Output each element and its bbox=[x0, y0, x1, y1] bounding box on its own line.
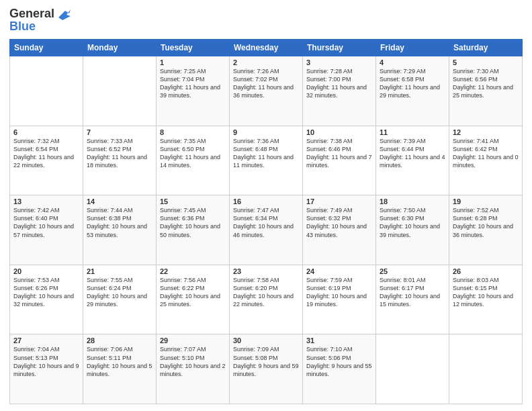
calendar-week-row: 13Sunrise: 7:42 AMSunset: 6:40 PMDayligh… bbox=[10, 195, 523, 265]
day-number: 22 bbox=[160, 267, 226, 275]
day-number: 21 bbox=[87, 267, 152, 275]
calendar-cell: 12Sunrise: 7:41 AMSunset: 6:42 PMDayligh… bbox=[449, 126, 523, 195]
calendar-cell: 31Sunrise: 7:10 AMSunset: 5:06 PMDayligh… bbox=[303, 334, 376, 404]
col-monday: Monday bbox=[83, 40, 157, 56]
calendar-cell: 18Sunrise: 7:50 AMSunset: 6:30 PMDayligh… bbox=[376, 195, 449, 265]
calendar-cell: 5Sunrise: 7:30 AMSunset: 6:56 PMDaylight… bbox=[449, 56, 523, 126]
cell-content: Sunrise: 7:39 AMSunset: 6:44 PMDaylight:… bbox=[380, 137, 445, 170]
day-number: 14 bbox=[87, 197, 152, 205]
cell-content: Sunrise: 7:35 AMSunset: 6:50 PMDaylight:… bbox=[160, 137, 226, 170]
day-number: 19 bbox=[453, 197, 519, 205]
calendar-cell: 30Sunrise: 7:09 AMSunset: 5:08 PMDayligh… bbox=[230, 334, 303, 404]
col-friday: Friday bbox=[376, 40, 449, 56]
calendar-cell: 20Sunrise: 7:53 AMSunset: 6:26 PMDayligh… bbox=[10, 265, 83, 334]
calendar-cell: 8Sunrise: 7:35 AMSunset: 6:50 PMDaylight… bbox=[157, 126, 230, 195]
day-number: 15 bbox=[160, 197, 226, 205]
cell-content: Sunrise: 7:32 AMSunset: 6:54 PMDaylight:… bbox=[13, 137, 79, 170]
day-number: 10 bbox=[306, 128, 372, 136]
calendar-cell bbox=[376, 334, 449, 404]
cell-content: Sunrise: 7:25 AMSunset: 7:04 PMDaylight:… bbox=[160, 67, 226, 100]
cell-content: Sunrise: 7:56 AMSunset: 6:22 PMDaylight:… bbox=[160, 276, 226, 309]
calendar-cell: 24Sunrise: 7:59 AMSunset: 6:19 PMDayligh… bbox=[303, 265, 376, 334]
calendar-cell: 14Sunrise: 7:44 AMSunset: 6:38 PMDayligh… bbox=[83, 195, 157, 265]
calendar-cell: 29Sunrise: 7:07 AMSunset: 5:10 PMDayligh… bbox=[157, 334, 230, 404]
calendar-cell: 16Sunrise: 7:47 AMSunset: 6:34 PMDayligh… bbox=[230, 195, 303, 265]
calendar-week-row: 20Sunrise: 7:53 AMSunset: 6:26 PMDayligh… bbox=[10, 265, 523, 334]
calendar-cell: 15Sunrise: 7:45 AMSunset: 6:36 PMDayligh… bbox=[157, 195, 230, 265]
day-number: 9 bbox=[233, 128, 299, 136]
day-number: 4 bbox=[380, 58, 445, 66]
day-number: 12 bbox=[453, 128, 519, 136]
header: General Blue bbox=[9, 7, 523, 34]
calendar-week-row: 6Sunrise: 7:32 AMSunset: 6:54 PMDaylight… bbox=[10, 126, 523, 195]
cell-content: Sunrise: 7:55 AMSunset: 6:24 PMDaylight:… bbox=[87, 276, 152, 309]
calendar-cell: 7Sunrise: 7:33 AMSunset: 6:52 PMDaylight… bbox=[83, 126, 157, 195]
calendar-cell: 17Sunrise: 7:49 AMSunset: 6:32 PMDayligh… bbox=[303, 195, 376, 265]
calendar-cell: 21Sunrise: 7:55 AMSunset: 6:24 PMDayligh… bbox=[83, 265, 157, 334]
col-tuesday: Tuesday bbox=[157, 40, 230, 56]
day-number: 28 bbox=[87, 336, 152, 345]
day-number: 8 bbox=[160, 128, 226, 136]
day-number: 16 bbox=[233, 197, 299, 205]
cell-content: Sunrise: 8:03 AMSunset: 6:15 PMDaylight:… bbox=[453, 276, 519, 309]
day-number: 27 bbox=[13, 336, 79, 345]
day-number: 26 bbox=[453, 267, 519, 275]
cell-content: Sunrise: 7:33 AMSunset: 6:52 PMDaylight:… bbox=[87, 137, 152, 170]
cell-content: Sunrise: 7:30 AMSunset: 6:56 PMDaylight:… bbox=[453, 67, 519, 100]
calendar-week-row: 1Sunrise: 7:25 AMSunset: 7:04 PMDaylight… bbox=[10, 56, 523, 126]
cell-content: Sunrise: 7:06 AMSunset: 5:11 PMDaylight:… bbox=[87, 345, 152, 378]
cell-content: Sunrise: 7:52 AMSunset: 6:28 PMDaylight:… bbox=[453, 206, 519, 239]
cell-content: Sunrise: 7:41 AMSunset: 6:42 PMDaylight:… bbox=[453, 137, 519, 170]
cell-content: Sunrise: 7:10 AMSunset: 5:06 PMDaylight:… bbox=[306, 345, 372, 378]
cell-content: Sunrise: 7:45 AMSunset: 6:36 PMDaylight:… bbox=[160, 206, 226, 239]
logo-blue: Blue bbox=[9, 19, 36, 34]
day-number: 6 bbox=[13, 128, 79, 136]
calendar-week-row: 27Sunrise: 7:04 AMSunset: 5:13 PMDayligh… bbox=[10, 334, 523, 404]
calendar-cell: 25Sunrise: 8:01 AMSunset: 6:17 PMDayligh… bbox=[376, 265, 449, 334]
cell-content: Sunrise: 7:59 AMSunset: 6:19 PMDaylight:… bbox=[306, 276, 372, 309]
day-number: 11 bbox=[380, 128, 445, 136]
cell-content: Sunrise: 7:50 AMSunset: 6:30 PMDaylight:… bbox=[380, 206, 445, 239]
day-number: 13 bbox=[13, 197, 79, 205]
calendar-cell bbox=[10, 56, 83, 126]
cell-content: Sunrise: 7:29 AMSunset: 6:58 PMDaylight:… bbox=[380, 67, 445, 100]
day-number: 2 bbox=[233, 58, 299, 66]
calendar-table: Sunday Monday Tuesday Wednesday Thursday… bbox=[9, 39, 523, 404]
cell-content: Sunrise: 7:53 AMSunset: 6:26 PMDaylight:… bbox=[13, 276, 79, 309]
cell-content: Sunrise: 7:28 AMSunset: 7:00 PMDaylight:… bbox=[306, 67, 372, 100]
day-number: 30 bbox=[233, 336, 299, 345]
day-number: 5 bbox=[453, 58, 519, 66]
calendar-cell: 9Sunrise: 7:36 AMSunset: 6:48 PMDaylight… bbox=[230, 126, 303, 195]
day-number: 1 bbox=[160, 58, 226, 66]
col-thursday: Thursday bbox=[303, 40, 376, 56]
calendar-cell: 26Sunrise: 8:03 AMSunset: 6:15 PMDayligh… bbox=[449, 265, 523, 334]
day-number: 7 bbox=[87, 128, 152, 136]
cell-content: Sunrise: 7:07 AMSunset: 5:10 PMDaylight:… bbox=[160, 345, 226, 378]
day-number: 18 bbox=[380, 197, 445, 205]
calendar-cell: 10Sunrise: 7:38 AMSunset: 6:46 PMDayligh… bbox=[303, 126, 376, 195]
day-number: 23 bbox=[233, 267, 299, 275]
logo: General Blue bbox=[9, 7, 71, 34]
calendar-cell: 6Sunrise: 7:32 AMSunset: 6:54 PMDaylight… bbox=[10, 126, 83, 195]
calendar-cell bbox=[449, 334, 523, 404]
calendar-cell: 27Sunrise: 7:04 AMSunset: 5:13 PMDayligh… bbox=[10, 334, 83, 404]
calendar-cell: 3Sunrise: 7:28 AMSunset: 7:00 PMDaylight… bbox=[303, 56, 376, 126]
cell-content: Sunrise: 7:09 AMSunset: 5:08 PMDaylight:… bbox=[233, 345, 299, 378]
cell-content: Sunrise: 7:04 AMSunset: 5:13 PMDaylight:… bbox=[13, 345, 79, 378]
calendar-cell: 11Sunrise: 7:39 AMSunset: 6:44 PMDayligh… bbox=[376, 126, 449, 195]
col-wednesday: Wednesday bbox=[230, 40, 303, 56]
cell-content: Sunrise: 8:01 AMSunset: 6:17 PMDaylight:… bbox=[380, 276, 445, 309]
day-number: 17 bbox=[306, 197, 372, 205]
day-number: 25 bbox=[380, 267, 445, 275]
cell-content: Sunrise: 7:44 AMSunset: 6:38 PMDaylight:… bbox=[87, 206, 152, 239]
day-number: 24 bbox=[306, 267, 372, 275]
calendar-cell: 1Sunrise: 7:25 AMSunset: 7:04 PMDaylight… bbox=[157, 56, 230, 126]
calendar-cell: 28Sunrise: 7:06 AMSunset: 5:11 PMDayligh… bbox=[83, 334, 157, 404]
day-number: 20 bbox=[13, 267, 79, 275]
calendar-cell: 23Sunrise: 7:58 AMSunset: 6:20 PMDayligh… bbox=[230, 265, 303, 334]
page: General Blue Sunday Monday Tuesday Wedne… bbox=[0, 0, 532, 411]
cell-content: Sunrise: 7:36 AMSunset: 6:48 PMDaylight:… bbox=[233, 137, 299, 170]
day-number: 3 bbox=[306, 58, 372, 66]
day-number: 29 bbox=[160, 336, 226, 345]
calendar-cell: 22Sunrise: 7:56 AMSunset: 6:22 PMDayligh… bbox=[157, 265, 230, 334]
